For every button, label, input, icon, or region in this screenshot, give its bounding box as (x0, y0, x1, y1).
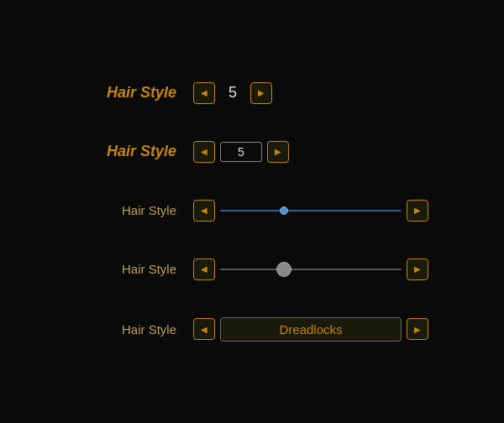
hair-style-next-1[interactable] (250, 82, 272, 104)
hair-style-label-1: Hair Style (76, 84, 176, 102)
hair-style-controls-5: Dreadlocks (193, 317, 428, 342)
hair-style-controls-1: 5 (193, 82, 428, 104)
hair-style-row-5: Hair Style Dreadlocks (76, 317, 428, 342)
hair-style-next-2[interactable] (267, 141, 289, 163)
slider-thumb-4[interactable] (276, 262, 291, 277)
hair-style-value-2: 5 (220, 142, 262, 162)
hair-style-next-4[interactable] (407, 258, 428, 280)
hair-style-prev-3[interactable] (193, 200, 215, 222)
hair-style-prev-1[interactable] (193, 82, 215, 104)
hair-style-prev-5[interactable] (193, 318, 215, 340)
hair-style-next-5[interactable] (407, 318, 428, 340)
hair-style-slider-4[interactable] (220, 258, 402, 280)
hair-style-row-1: Hair Style 5 (76, 82, 428, 104)
hair-style-controls-4 (193, 258, 428, 280)
hair-style-slider-3[interactable] (220, 200, 402, 222)
hair-style-label-5: Hair Style (76, 322, 176, 337)
hair-style-controls-3 (193, 200, 428, 222)
hair-style-row-2: Hair Style 5 (76, 141, 428, 163)
hair-style-row-3: Hair Style (76, 200, 428, 222)
slider-track-3 (220, 210, 402, 212)
hair-style-row-4: Hair Style (76, 258, 428, 280)
slider-track-4 (220, 269, 402, 270)
hair-style-prev-4[interactable] (193, 258, 215, 280)
hair-style-value-text: Dreadlocks (220, 317, 402, 342)
hair-style-controls-2: 5 (193, 141, 428, 163)
hair-style-value-1: 5 (220, 82, 245, 103)
hair-style-label-2: Hair Style (76, 143, 176, 160)
hair-style-next-3[interactable] (407, 200, 428, 222)
slider-thumb-3[interactable] (280, 206, 288, 215)
hair-style-prev-2[interactable] (193, 141, 215, 163)
hair-style-label-3: Hair Style (76, 203, 176, 217)
hair-style-label-4: Hair Style (76, 262, 176, 276)
